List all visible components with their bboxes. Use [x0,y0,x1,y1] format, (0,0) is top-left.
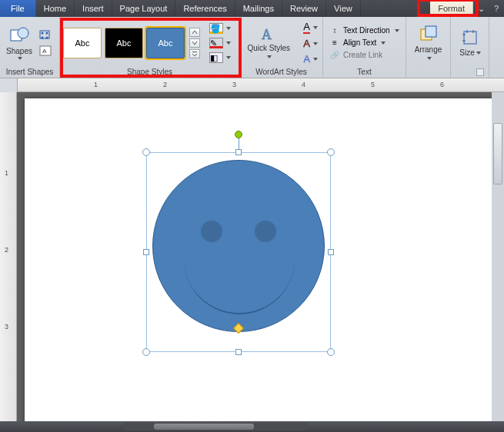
dialog-launcher[interactable] [476,68,484,76]
ruler-tick: 2 [163,81,167,88]
edit-shape-icon[interactable] [38,29,52,42]
chevron-down-icon [313,58,318,61]
chevron-down-icon [313,26,318,29]
shape-fill-button[interactable]: 🪣 [208,22,232,35]
chevron-down-icon [313,42,318,45]
ruler-horizontal[interactable]: 1 2 3 4 5 6 [17,78,504,92]
scroll-thumb-v[interactable] [493,123,502,184]
resize-handle-ml[interactable] [143,249,149,255]
tab-review[interactable]: Review [282,0,326,17]
vertical-scrollbar[interactable] [492,92,504,421]
chevron-down-icon [476,52,481,55]
align-text-label: Align Text [343,38,376,47]
resize-handle-tl[interactable] [142,148,150,156]
group-size: Size [451,17,489,78]
text-fill-icon: A [303,21,310,34]
svg-rect-13 [464,32,476,44]
chevron-down-icon [18,57,22,60]
shape-style-2[interactable]: Abc [105,28,143,58]
smiley-mouth [184,253,295,314]
group-text: ↕Text Direction ≡Align Text 🔗Create Link… [323,17,406,78]
shapes-icon [9,25,29,45]
svg-rect-9 [192,52,197,52]
align-text-button[interactable]: ≡Align Text [326,38,402,48]
tab-page-layout[interactable]: Page Layout [112,0,176,17]
chevron-down-icon [381,42,386,45]
text-box-icon[interactable]: A [38,45,52,57]
scroll-thumb-h[interactable] [154,424,254,430]
shape-style-1[interactable]: Abc [63,28,102,58]
shape-effects-button[interactable]: ◧ [208,52,232,64]
group-label-text: Text [326,67,402,78]
ruler-tick: 3 [5,323,8,331]
svg-point-3 [42,32,44,34]
tab-home[interactable]: Home [36,0,75,17]
create-link-label: Create Link [343,51,382,59]
create-link-button[interactable]: 🔗Create Link [326,50,402,61]
tab-format[interactable]: Format [430,0,473,17]
gallery-down-button[interactable] [189,38,200,48]
gallery-nav [189,28,200,58]
tab-references[interactable]: References [175,0,235,17]
gallery-more-button[interactable] [189,49,200,58]
minimize-ribbon-icon[interactable]: ⌄ [473,0,489,17]
chevron-down-icon [395,29,399,32]
svg-rect-12 [426,26,436,37]
group-label-shape-styles: Shape Styles [63,67,236,78]
resize-handle-tm[interactable] [235,149,242,155]
gallery-up-button[interactable] [189,28,200,37]
resize-handle-br[interactable] [327,348,335,356]
ruler-vertical[interactable]: 1 2 3 [0,92,17,421]
text-fill-button[interactable]: A [302,20,319,35]
arrange-label: Arrange [412,45,444,62]
arrange-button[interactable]: Arrange [409,22,447,64]
tab-file[interactable]: File [0,0,36,17]
pencil-icon: ✎ [209,38,223,48]
help-icon[interactable]: ? [489,0,504,17]
svg-point-5 [42,36,44,38]
smiley-face-shape[interactable] [152,160,325,332]
resize-handle-bm[interactable] [235,349,242,355]
quick-styles-button[interactable]: A Quick Styles [243,24,294,62]
svg-point-1 [18,28,28,38]
shapes-button[interactable]: Shapes [3,24,35,61]
resize-handle-tr[interactable] [327,148,335,156]
selected-shape[interactable] [146,152,331,352]
shape-outline-button[interactable]: ✎ [208,37,232,49]
resize-handle-bl[interactable] [142,348,150,356]
shapes-label: Shapes [6,47,32,55]
effects-icon: ◧ [209,52,223,63]
horizontal-scrollbar[interactable] [123,423,308,430]
rotation-handle[interactable] [235,131,242,138]
ruler-tick: 6 [440,81,444,88]
link-icon: 🔗 [329,51,340,60]
chevron-down-icon [226,27,231,30]
text-effects-button[interactable]: A [302,52,319,65]
group-label-arrange [409,67,447,78]
text-outline-icon: A [303,38,310,49]
svg-point-4 [46,32,48,34]
rotation-connector [239,138,239,149]
ribbon: Shapes A Insert Shapes Abc Abc Abc 🪣 ✎ [0,17,504,78]
wordart-A-icon: A [259,25,278,42]
text-direction-button[interactable]: ↕Text Direction [326,25,402,36]
tab-insert[interactable]: Insert [75,0,112,17]
group-shape-styles: Abc Abc Abc 🪣 ✎ ◧ Shape Styles [60,17,240,78]
group-label-wordart: WordArt Styles [243,67,319,78]
smiley-eye-right [255,221,276,242]
align-text-icon: ≡ [329,38,340,48]
ruler-tick: 4 [302,81,305,88]
resize-handle-mr[interactable] [328,249,334,255]
ruler-tick: 5 [371,81,375,88]
group-label-size [454,67,486,78]
svg-text:A: A [262,27,272,42]
chevron-down-icon [226,56,231,59]
shape-style-3[interactable]: Abc [146,28,185,58]
smiley-eye-left [201,221,222,242]
text-outline-button[interactable]: A [302,37,319,50]
size-button[interactable]: Size [454,27,486,58]
tab-view[interactable]: View [326,0,361,17]
tab-mailings[interactable]: Mailings [235,0,282,17]
size-icon [461,28,479,47]
quick-styles-label: Quick Styles [246,44,291,61]
